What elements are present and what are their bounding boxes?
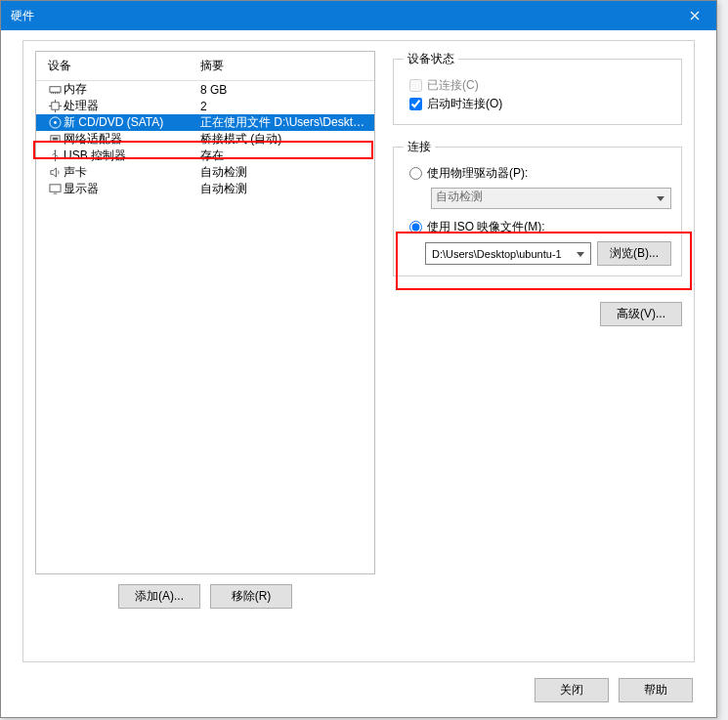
close-button[interactable]: 关闭 xyxy=(535,678,609,702)
usb-icon xyxy=(46,149,64,162)
svg-rect-7 xyxy=(49,185,60,191)
svg-point-3 xyxy=(54,121,57,124)
content-panel: 设备 摘要 内存 8 GB 处理器 2 xyxy=(22,40,695,662)
device-button-row: 添加(A)... 移除(R) xyxy=(35,574,375,618)
device-status-legend: 设备状态 xyxy=(404,51,458,67)
display-icon xyxy=(46,183,64,195)
svg-point-6 xyxy=(54,149,56,151)
device-status-group: 设备状态 已连接(C) 启动时连接(O) xyxy=(393,51,682,125)
cpu-icon xyxy=(46,100,64,112)
device-name: 内存 xyxy=(64,81,200,98)
device-list[interactable]: 设备 摘要 内存 8 GB 处理器 2 xyxy=(35,51,375,574)
iso-path-input[interactable]: D:\Users\Desktop\ubuntu-1 xyxy=(425,242,591,265)
iso-row: D:\Users\Desktop\ubuntu-1 浏览(B)... xyxy=(425,241,671,266)
connect-start-checkbox[interactable] xyxy=(409,98,422,110)
hardware-dialog: 硬件 设备 摘要 内存 8 GB xyxy=(0,0,717,718)
dialog-footer: 关闭 帮助 xyxy=(1,663,716,717)
connected-checkbox xyxy=(409,79,422,92)
device-summary: 8 GB xyxy=(200,83,366,97)
device-name: 声卡 xyxy=(64,164,200,181)
list-item[interactable]: 处理器 2 xyxy=(36,98,374,114)
window-title: 硬件 xyxy=(11,8,672,24)
device-summary: 存在 xyxy=(200,148,366,164)
list-item[interactable]: 内存 8 GB xyxy=(36,81,374,98)
list-item[interactable]: USB 控制器 存在 xyxy=(36,148,374,164)
settings-pane: 设备状态 已连接(C) 启动时连接(O) 连接 使用物理驱动器(P): xyxy=(393,51,682,618)
device-list-header: 设备 摘要 xyxy=(36,52,374,80)
use-iso-label: 使用 ISO 映像文件(M): xyxy=(427,219,545,235)
device-name: 新 CD/DVD (SATA) xyxy=(64,114,200,131)
device-summary: 正在使用文件 D:\Users\Deskto... xyxy=(200,114,366,131)
use-physical-label: 使用物理驱动器(P): xyxy=(427,165,528,182)
device-name: 处理器 xyxy=(64,98,200,114)
device-summary: 自动检测 xyxy=(200,181,366,197)
use-iso-radio-row[interactable]: 使用 ISO 映像文件(M): xyxy=(404,219,671,235)
list-item[interactable]: 声卡 自动检测 xyxy=(36,164,374,181)
sound-icon xyxy=(46,166,64,179)
connection-legend: 连接 xyxy=(404,139,435,155)
connection-group: 连接 使用物理驱动器(P): 自动检测 使用 ISO 映像文件(M): xyxy=(393,139,682,276)
connect-start-label: 启动时连接(O) xyxy=(427,96,502,112)
connected-label: 已连接(C) xyxy=(427,77,479,94)
iso-path-text: D:\Users\Desktop\ubuntu-1 xyxy=(432,248,562,260)
connected-checkbox-row[interactable]: 已连接(C) xyxy=(404,77,671,94)
device-name: 网络适配器 xyxy=(64,131,200,148)
add-button[interactable]: 添加(A)... xyxy=(118,584,200,609)
physical-drive-combo: 自动检测 xyxy=(431,188,671,209)
device-pane: 设备 摘要 内存 8 GB 处理器 2 xyxy=(35,51,375,618)
device-name: 显示器 xyxy=(64,181,200,197)
physical-drive-select: 自动检测 xyxy=(431,188,671,209)
help-button[interactable]: 帮助 xyxy=(619,678,693,702)
remove-button[interactable]: 移除(R) xyxy=(210,584,292,609)
use-physical-radio-row[interactable]: 使用物理驱动器(P): xyxy=(404,165,671,182)
advanced-button[interactable]: 高级(V)... xyxy=(600,302,682,326)
use-physical-radio[interactable] xyxy=(409,167,422,180)
connect-start-checkbox-row[interactable]: 启动时连接(O) xyxy=(404,96,671,112)
svg-rect-0 xyxy=(49,87,60,93)
device-summary: 2 xyxy=(200,100,366,113)
use-iso-radio[interactable] xyxy=(409,221,422,233)
advanced-row: 高级(V)... xyxy=(393,302,682,326)
list-item[interactable]: 显示器 自动检测 xyxy=(36,181,374,197)
list-item[interactable]: 新 CD/DVD (SATA) 正在使用文件 D:\Users\Deskto..… xyxy=(36,114,374,131)
cd-icon xyxy=(46,116,64,129)
close-icon[interactable] xyxy=(672,1,716,30)
col-summary: 摘要 xyxy=(200,58,366,74)
memory-icon xyxy=(46,83,64,96)
col-device: 设备 xyxy=(48,58,200,74)
titlebar: 硬件 xyxy=(1,1,716,30)
browse-button[interactable]: 浏览(B)... xyxy=(597,241,671,266)
svg-rect-1 xyxy=(51,103,58,109)
device-summary: 自动检测 xyxy=(200,164,366,181)
device-name: USB 控制器 xyxy=(64,148,200,164)
network-icon xyxy=(46,133,64,146)
device-summary: 桥接模式 (自动) xyxy=(200,131,366,148)
list-item[interactable]: 网络适配器 桥接模式 (自动) xyxy=(36,131,374,148)
svg-rect-5 xyxy=(52,138,58,141)
